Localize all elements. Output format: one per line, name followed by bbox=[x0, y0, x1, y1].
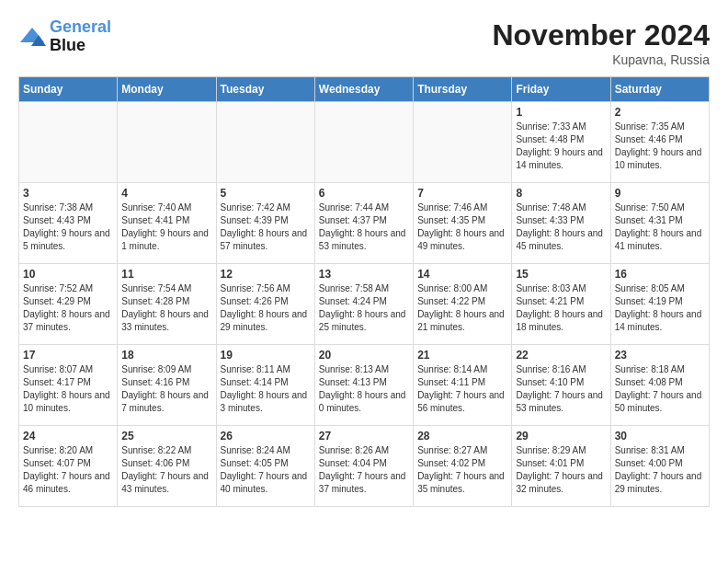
calendar-week-2: 10Sunrise: 7:52 AM Sunset: 4:29 PM Dayli… bbox=[19, 264, 710, 345]
calendar-cell: 4Sunrise: 7:40 AM Sunset: 4:41 PM Daylig… bbox=[118, 183, 216, 264]
calendar-cell: 23Sunrise: 8:18 AM Sunset: 4:08 PM Dayli… bbox=[610, 345, 709, 426]
calendar-cell: 13Sunrise: 7:58 AM Sunset: 4:24 PM Dayli… bbox=[314, 264, 413, 345]
calendar-cell: 26Sunrise: 8:24 AM Sunset: 4:05 PM Dayli… bbox=[216, 426, 314, 507]
day-number: 7 bbox=[417, 187, 507, 200]
day-info: Sunrise: 7:56 AM Sunset: 4:26 PM Dayligh… bbox=[221, 282, 311, 334]
day-number: 12 bbox=[221, 268, 311, 281]
logo: General Blue bbox=[18, 18, 111, 55]
day-info: Sunrise: 7:46 AM Sunset: 4:35 PM Dayligh… bbox=[417, 201, 507, 253]
calendar-cell: 9Sunrise: 7:50 AM Sunset: 4:31 PM Daylig… bbox=[610, 183, 709, 264]
day-number: 6 bbox=[319, 187, 409, 200]
day-info: Sunrise: 7:40 AM Sunset: 4:41 PM Dayligh… bbox=[121, 201, 211, 253]
day-number: 21 bbox=[417, 349, 507, 362]
day-info: Sunrise: 7:38 AM Sunset: 4:43 PM Dayligh… bbox=[23, 201, 113, 253]
day-info: Sunrise: 8:03 AM Sunset: 4:21 PM Dayligh… bbox=[516, 282, 606, 334]
calendar-cell: 21Sunrise: 8:14 AM Sunset: 4:11 PM Dayli… bbox=[414, 345, 512, 426]
day-number: 22 bbox=[516, 349, 606, 362]
calendar-cell: 29Sunrise: 8:29 AM Sunset: 4:01 PM Dayli… bbox=[512, 426, 610, 507]
day-info: Sunrise: 7:50 AM Sunset: 4:31 PM Dayligh… bbox=[615, 201, 705, 253]
calendar-cell: 15Sunrise: 8:03 AM Sunset: 4:21 PM Dayli… bbox=[512, 264, 610, 345]
calendar-cell: 18Sunrise: 8:09 AM Sunset: 4:16 PM Dayli… bbox=[118, 345, 216, 426]
logo-icon bbox=[18, 26, 46, 48]
day-info: Sunrise: 7:58 AM Sunset: 4:24 PM Dayligh… bbox=[319, 282, 409, 334]
day-info: Sunrise: 8:07 AM Sunset: 4:17 PM Dayligh… bbox=[23, 363, 113, 415]
day-number: 20 bbox=[319, 349, 409, 362]
calendar-cell bbox=[19, 102, 118, 183]
day-number: 11 bbox=[121, 268, 211, 281]
day-info: Sunrise: 7:33 AM Sunset: 4:48 PM Dayligh… bbox=[516, 121, 606, 172]
calendar-cell bbox=[216, 102, 314, 183]
weekday-saturday: Saturday bbox=[610, 77, 709, 102]
logo-text: General Blue bbox=[50, 18, 111, 55]
day-info: Sunrise: 8:05 AM Sunset: 4:19 PM Dayligh… bbox=[615, 282, 705, 334]
day-number: 18 bbox=[121, 349, 211, 362]
calendar-cell: 19Sunrise: 8:11 AM Sunset: 4:14 PM Dayli… bbox=[216, 345, 314, 426]
day-number: 8 bbox=[516, 187, 606, 200]
day-info: Sunrise: 7:35 AM Sunset: 4:46 PM Dayligh… bbox=[615, 121, 705, 172]
page-header: General Blue November 2024 Kupavna, Russ… bbox=[18, 18, 710, 67]
day-number: 13 bbox=[319, 268, 409, 281]
title-block: November 2024 Kupavna, Russia bbox=[492, 18, 710, 67]
calendar-week-3: 17Sunrise: 8:07 AM Sunset: 4:17 PM Dayli… bbox=[19, 345, 710, 426]
calendar-cell bbox=[414, 102, 512, 183]
calendar-cell: 17Sunrise: 8:07 AM Sunset: 4:17 PM Dayli… bbox=[19, 345, 118, 426]
day-number: 14 bbox=[417, 268, 507, 281]
day-number: 9 bbox=[615, 187, 705, 200]
calendar-cell: 5Sunrise: 7:42 AM Sunset: 4:39 PM Daylig… bbox=[216, 183, 314, 264]
weekday-monday: Monday bbox=[118, 77, 216, 102]
calendar-cell: 27Sunrise: 8:26 AM Sunset: 4:04 PM Dayli… bbox=[314, 426, 413, 507]
weekday-tuesday: Tuesday bbox=[216, 77, 314, 102]
calendar-cell: 3Sunrise: 7:38 AM Sunset: 4:43 PM Daylig… bbox=[19, 183, 118, 264]
calendar-cell: 10Sunrise: 7:52 AM Sunset: 4:29 PM Dayli… bbox=[19, 264, 118, 345]
day-info: Sunrise: 8:18 AM Sunset: 4:08 PM Dayligh… bbox=[615, 363, 705, 415]
day-info: Sunrise: 8:16 AM Sunset: 4:10 PM Dayligh… bbox=[516, 363, 606, 415]
day-info: Sunrise: 8:27 AM Sunset: 4:02 PM Dayligh… bbox=[417, 444, 507, 496]
day-number: 26 bbox=[221, 430, 311, 442]
calendar-cell: 2Sunrise: 7:35 AM Sunset: 4:46 PM Daylig… bbox=[610, 102, 709, 183]
day-info: Sunrise: 8:22 AM Sunset: 4:06 PM Dayligh… bbox=[121, 444, 211, 496]
day-info: Sunrise: 7:42 AM Sunset: 4:39 PM Dayligh… bbox=[221, 201, 311, 253]
day-info: Sunrise: 7:52 AM Sunset: 4:29 PM Dayligh… bbox=[23, 282, 113, 334]
day-info: Sunrise: 7:44 AM Sunset: 4:37 PM Dayligh… bbox=[319, 201, 409, 253]
day-number: 10 bbox=[23, 268, 113, 281]
day-info: Sunrise: 8:26 AM Sunset: 4:04 PM Dayligh… bbox=[319, 444, 409, 496]
calendar-cell: 11Sunrise: 7:54 AM Sunset: 4:28 PM Dayli… bbox=[118, 264, 216, 345]
calendar-cell: 25Sunrise: 8:22 AM Sunset: 4:06 PM Dayli… bbox=[118, 426, 216, 507]
calendar-cell: 30Sunrise: 8:31 AM Sunset: 4:00 PM Dayli… bbox=[610, 426, 709, 507]
calendar-cell: 1Sunrise: 7:33 AM Sunset: 4:48 PM Daylig… bbox=[512, 102, 610, 183]
day-number: 27 bbox=[319, 430, 409, 442]
day-number: 5 bbox=[221, 187, 311, 200]
calendar-cell: 28Sunrise: 8:27 AM Sunset: 4:02 PM Dayli… bbox=[414, 426, 512, 507]
calendar-cell: 7Sunrise: 7:46 AM Sunset: 4:35 PM Daylig… bbox=[414, 183, 512, 264]
day-number: 16 bbox=[615, 268, 705, 281]
calendar-cell: 22Sunrise: 8:16 AM Sunset: 4:10 PM Dayli… bbox=[512, 345, 610, 426]
calendar-cell: 6Sunrise: 7:44 AM Sunset: 4:37 PM Daylig… bbox=[314, 183, 413, 264]
day-number: 19 bbox=[221, 349, 311, 362]
calendar-cell: 12Sunrise: 7:56 AM Sunset: 4:26 PM Dayli… bbox=[216, 264, 314, 345]
day-number: 3 bbox=[23, 187, 113, 200]
day-number: 2 bbox=[615, 106, 705, 119]
weekday-thursday: Thursday bbox=[414, 77, 512, 102]
day-info: Sunrise: 8:29 AM Sunset: 4:01 PM Dayligh… bbox=[516, 444, 606, 496]
day-number: 25 bbox=[121, 430, 211, 442]
day-info: Sunrise: 8:09 AM Sunset: 4:16 PM Dayligh… bbox=[121, 363, 211, 415]
day-number: 4 bbox=[121, 187, 211, 200]
day-info: Sunrise: 7:54 AM Sunset: 4:28 PM Dayligh… bbox=[121, 282, 211, 334]
weekday-header-row: SundayMondayTuesdayWednesdayThursdayFrid… bbox=[19, 77, 710, 102]
calendar-cell bbox=[314, 102, 413, 183]
calendar-week-4: 24Sunrise: 8:20 AM Sunset: 4:07 PM Dayli… bbox=[19, 426, 710, 507]
calendar-cell: 24Sunrise: 8:20 AM Sunset: 4:07 PM Dayli… bbox=[19, 426, 118, 507]
calendar-cell bbox=[118, 102, 216, 183]
calendar-week-1: 3Sunrise: 7:38 AM Sunset: 4:43 PM Daylig… bbox=[19, 183, 710, 264]
day-info: Sunrise: 8:14 AM Sunset: 4:11 PM Dayligh… bbox=[417, 363, 507, 415]
calendar-cell: 14Sunrise: 8:00 AM Sunset: 4:22 PM Dayli… bbox=[414, 264, 512, 345]
calendar: SundayMondayTuesdayWednesdayThursdayFrid… bbox=[18, 76, 710, 507]
calendar-week-0: 1Sunrise: 7:33 AM Sunset: 4:48 PM Daylig… bbox=[19, 102, 710, 183]
day-info: Sunrise: 8:24 AM Sunset: 4:05 PM Dayligh… bbox=[221, 444, 311, 496]
weekday-sunday: Sunday bbox=[19, 77, 118, 102]
day-number: 1 bbox=[516, 106, 606, 119]
calendar-cell: 16Sunrise: 8:05 AM Sunset: 4:19 PM Dayli… bbox=[610, 264, 709, 345]
day-number: 15 bbox=[516, 268, 606, 281]
day-info: Sunrise: 8:00 AM Sunset: 4:22 PM Dayligh… bbox=[417, 282, 507, 334]
day-info: Sunrise: 8:31 AM Sunset: 4:00 PM Dayligh… bbox=[615, 444, 705, 496]
